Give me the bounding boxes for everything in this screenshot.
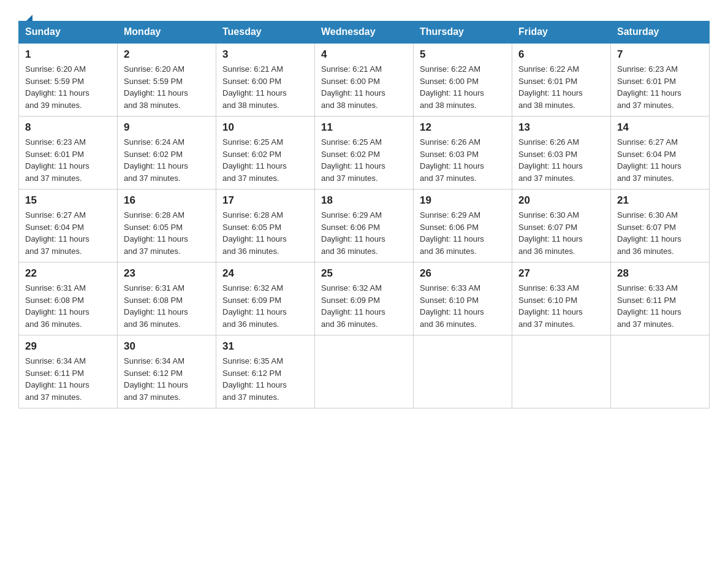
day-number: 9 [124,121,210,134]
day-number: 12 [420,121,506,134]
day-info: Sunrise: 6:31 AM Sunset: 6:08 PM Dayligh… [124,282,210,330]
day-cell [512,335,611,408]
day-info: Sunrise: 6:28 AM Sunset: 6:05 PM Dayligh… [222,209,308,257]
day-number: 2 [124,48,210,61]
logo-triangle-icon [24,12,35,23]
day-info: Sunrise: 6:23 AM Sunset: 6:01 PM Dayligh… [617,63,703,111]
day-cell [414,335,512,408]
day-cell: 8 Sunrise: 6:23 AM Sunset: 6:01 PM Dayli… [19,117,118,190]
svg-marker-0 [26,15,32,21]
calendar-body: 1 Sunrise: 6:20 AM Sunset: 5:59 PM Dayli… [19,43,710,408]
day-cell: 30 Sunrise: 6:34 AM Sunset: 6:12 PM Dayl… [118,335,216,408]
day-number: 3 [222,48,308,61]
day-cell: 9 Sunrise: 6:24 AM Sunset: 6:02 PM Dayli… [118,117,216,190]
day-cell: 14 Sunrise: 6:27 AM Sunset: 6:04 PM Dayl… [611,117,710,190]
day-cell: 4 Sunrise: 6:21 AM Sunset: 6:00 PM Dayli… [315,43,414,117]
day-cell: 26 Sunrise: 6:33 AM Sunset: 6:10 PM Dayl… [414,262,512,335]
day-cell: 27 Sunrise: 6:33 AM Sunset: 6:10 PM Dayl… [512,262,611,335]
day-cell: 23 Sunrise: 6:31 AM Sunset: 6:08 PM Dayl… [118,262,216,335]
day-number: 4 [321,48,407,61]
day-info: Sunrise: 6:33 AM Sunset: 6:10 PM Dayligh… [420,282,506,330]
week-row-5: 29 Sunrise: 6:34 AM Sunset: 6:11 PM Dayl… [19,335,710,408]
week-row-4: 22 Sunrise: 6:31 AM Sunset: 6:08 PM Dayl… [19,262,710,335]
day-cell: 20 Sunrise: 6:30 AM Sunset: 6:07 PM Dayl… [512,190,611,262]
day-number: 18 [321,194,407,207]
day-number: 10 [222,121,308,134]
day-cell: 17 Sunrise: 6:28 AM Sunset: 6:05 PM Dayl… [216,190,315,262]
day-info: Sunrise: 6:33 AM Sunset: 6:11 PM Dayligh… [617,282,703,330]
day-number: 20 [518,194,604,207]
day-header-thursday: Thursday [414,21,512,44]
day-info: Sunrise: 6:34 AM Sunset: 6:11 PM Dayligh… [25,355,111,403]
day-info: Sunrise: 6:21 AM Sunset: 6:00 PM Dayligh… [321,63,407,111]
day-number: 16 [124,194,210,207]
day-number: 15 [25,194,111,207]
day-cell: 25 Sunrise: 6:32 AM Sunset: 6:09 PM Dayl… [315,262,414,335]
day-info: Sunrise: 6:35 AM Sunset: 6:12 PM Dayligh… [222,355,308,403]
day-cell: 29 Sunrise: 6:34 AM Sunset: 6:11 PM Dayl… [19,335,118,408]
day-info: Sunrise: 6:24 AM Sunset: 6:02 PM Dayligh… [124,136,210,184]
calendar-header: SundayMondayTuesdayWednesdayThursdayFrid… [19,21,710,44]
day-number: 22 [25,267,111,280]
day-header-sunday: Sunday [19,21,118,44]
day-number: 25 [321,267,407,280]
day-info: Sunrise: 6:32 AM Sunset: 6:09 PM Dayligh… [321,282,407,330]
day-cell: 15 Sunrise: 6:27 AM Sunset: 6:04 PM Dayl… [19,190,118,262]
day-info: Sunrise: 6:25 AM Sunset: 6:02 PM Dayligh… [321,136,407,184]
day-info: Sunrise: 6:29 AM Sunset: 6:06 PM Dayligh… [420,209,506,257]
day-cell: 21 Sunrise: 6:30 AM Sunset: 6:07 PM Dayl… [611,190,710,262]
day-cell: 5 Sunrise: 6:22 AM Sunset: 6:00 PM Dayli… [414,43,512,117]
day-info: Sunrise: 6:21 AM Sunset: 6:00 PM Dayligh… [222,63,308,111]
day-number: 6 [518,48,604,61]
header-row: SundayMondayTuesdayWednesdayThursdayFrid… [19,21,710,44]
day-info: Sunrise: 6:26 AM Sunset: 6:03 PM Dayligh… [420,136,506,184]
day-cell: 3 Sunrise: 6:21 AM Sunset: 6:00 PM Dayli… [216,43,315,117]
calendar-table: SundayMondayTuesdayWednesdayThursdayFrid… [18,21,710,408]
day-number: 11 [321,121,407,134]
day-number: 24 [222,267,308,280]
day-cell: 18 Sunrise: 6:29 AM Sunset: 6:06 PM Dayl… [315,190,414,262]
day-number: 29 [25,340,111,353]
day-info: Sunrise: 6:34 AM Sunset: 6:12 PM Dayligh… [124,355,210,403]
day-header-friday: Friday [512,21,611,44]
week-row-2: 8 Sunrise: 6:23 AM Sunset: 6:01 PM Dayli… [19,117,710,190]
day-header-saturday: Saturday [611,21,710,44]
day-header-wednesday: Wednesday [315,21,414,44]
day-info: Sunrise: 6:20 AM Sunset: 5:59 PM Dayligh… [124,63,210,111]
day-info: Sunrise: 6:23 AM Sunset: 6:01 PM Dayligh… [25,136,111,184]
day-info: Sunrise: 6:31 AM Sunset: 6:08 PM Dayligh… [25,282,111,330]
day-cell: 31 Sunrise: 6:35 AM Sunset: 6:12 PM Dayl… [216,335,315,408]
day-number: 14 [617,121,703,134]
day-cell: 6 Sunrise: 6:22 AM Sunset: 6:01 PM Dayli… [512,43,611,117]
day-cell: 22 Sunrise: 6:31 AM Sunset: 6:08 PM Dayl… [19,262,118,335]
day-cell [315,335,414,408]
day-number: 5 [420,48,506,61]
day-number: 28 [617,267,703,280]
week-row-1: 1 Sunrise: 6:20 AM Sunset: 5:59 PM Dayli… [19,43,710,117]
day-cell: 28 Sunrise: 6:33 AM Sunset: 6:11 PM Dayl… [611,262,710,335]
day-number: 8 [25,121,111,134]
day-number: 27 [518,267,604,280]
day-number: 23 [124,267,210,280]
day-header-monday: Monday [118,21,216,44]
day-info: Sunrise: 6:33 AM Sunset: 6:10 PM Dayligh… [518,282,604,330]
day-cell: 24 Sunrise: 6:32 AM Sunset: 6:09 PM Dayl… [216,262,315,335]
day-cell [611,335,710,408]
day-header-tuesday: Tuesday [216,21,315,44]
day-cell: 16 Sunrise: 6:28 AM Sunset: 6:05 PM Dayl… [118,190,216,262]
day-number: 31 [222,340,308,353]
day-number: 26 [420,267,506,280]
day-cell: 12 Sunrise: 6:26 AM Sunset: 6:03 PM Dayl… [414,117,512,190]
day-cell: 2 Sunrise: 6:20 AM Sunset: 5:59 PM Dayli… [118,43,216,117]
day-number: 7 [617,48,703,61]
day-info: Sunrise: 6:25 AM Sunset: 6:02 PM Dayligh… [222,136,308,184]
day-info: Sunrise: 6:30 AM Sunset: 6:07 PM Dayligh… [617,209,703,257]
day-cell: 11 Sunrise: 6:25 AM Sunset: 6:02 PM Dayl… [315,117,414,190]
day-info: Sunrise: 6:28 AM Sunset: 6:05 PM Dayligh… [124,209,210,257]
day-info: Sunrise: 6:26 AM Sunset: 6:03 PM Dayligh… [518,136,604,184]
day-info: Sunrise: 6:20 AM Sunset: 5:59 PM Dayligh… [25,63,111,111]
day-number: 19 [420,194,506,207]
day-cell: 13 Sunrise: 6:26 AM Sunset: 6:03 PM Dayl… [512,117,611,190]
day-info: Sunrise: 6:27 AM Sunset: 6:04 PM Dayligh… [25,209,111,257]
day-number: 17 [222,194,308,207]
